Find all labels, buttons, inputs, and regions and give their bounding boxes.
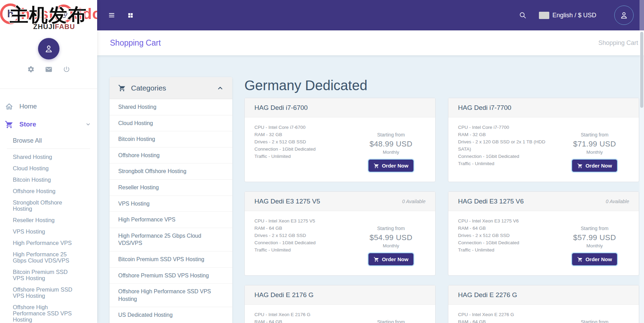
product-header: HAG Dedi i7-6700 (245, 98, 435, 117)
logo-latin-text: ZHUJIFABU (33, 23, 75, 31)
sidebar-category-item[interactable]: High Performance VPS (13, 240, 78, 246)
category-item[interactable]: Shared Hosting (110, 99, 232, 115)
scrollbar-thumb[interactable] (640, 32, 643, 108)
order-now-label: Order Now (382, 256, 409, 262)
scrollbar[interactable] (640, 0, 644, 323)
topbar: English / $ USD (97, 0, 644, 30)
order-now-button[interactable]: Order Now (572, 253, 618, 266)
power-icon[interactable] (63, 66, 70, 73)
sidebar-category-item[interactable]: Offshore High Performance SSD VPS Hostin… (13, 304, 78, 323)
categories-header[interactable]: Categories (110, 77, 232, 99)
starting-from-label: Starting from (356, 226, 426, 231)
account-circle-icon (619, 10, 629, 20)
starting-from-label: Starting from (560, 132, 629, 137)
spec-line: Drives - 2 x 512 GB SSD (458, 232, 519, 239)
page-header: Shopping Cart Shopping Cart (97, 30, 644, 55)
category-item[interactable]: Strongbolt Offshore Hosting (110, 163, 232, 180)
product-card: HAG Dedi i7-6700 CPU - Intel Core i7-670… (244, 98, 436, 182)
sidebar-item-store[interactable]: Store (0, 119, 97, 130)
price: $48.99 USD (356, 140, 426, 149)
product-card: HAG Dedi E 2276 G CPU - Intel Xeon E 227… (448, 285, 639, 323)
product-card: HAG Dedi E 2176 G CPU - Intel Xeon E 217… (244, 285, 436, 323)
chevron-down-icon (85, 122, 91, 127)
product-header: HAG Dedi E3 1275 V6 0 Available (448, 192, 639, 211)
category-item[interactable]: Cloud Hosting (110, 115, 232, 132)
sidebar-item-home[interactable]: Home (0, 101, 97, 112)
order-now-button[interactable]: Order Now (572, 159, 618, 172)
starting-from-label: Starting from (560, 319, 629, 323)
sidebar-category-item[interactable]: Bitcoin Premium SSD VPS Hosting (13, 269, 78, 281)
sidebar-nav: Home Store Browse All Shared Hosting Clo… (0, 89, 97, 323)
sidebar-category-item[interactable]: Reseller Hosting (13, 217, 78, 223)
main-content: Categories Shared Hosting Cloud Hosting … (97, 55, 644, 323)
menu-icon[interactable] (108, 12, 115, 19)
starting-from-label: Starting from (356, 132, 426, 137)
sidebar-category-item[interactable]: Cloud Hosting (13, 165, 78, 171)
sidebar-category-item[interactable]: Strongbolt Offshore Hosting (13, 199, 78, 212)
category-item[interactable]: High Performance VPS (110, 212, 232, 228)
category-item[interactable]: US Dedicated Hosting (110, 307, 232, 323)
spec-line: RAM - 64 GB (458, 318, 514, 323)
order-now-button[interactable]: Order Now (368, 159, 414, 172)
mail-icon[interactable] (45, 66, 53, 73)
spec-line: Traffic - Unlimited (254, 153, 316, 160)
sidebar-category-item[interactable]: Bitcoin Hosting (13, 177, 78, 183)
product-header: HAG Dedi i7-7700 (448, 98, 639, 117)
specs-list: CPU - Intel Xeon E 2176 G RAM - 64 GB Dr… (254, 311, 310, 323)
sidebar-item-browse-all[interactable]: Browse All (13, 137, 97, 144)
category-item[interactable]: Bitcoin Hosting (110, 131, 232, 148)
settings-gear-icon[interactable] (27, 66, 35, 73)
page-title: Shopping Cart (110, 38, 161, 48)
profile-avatar-button[interactable] (38, 38, 59, 59)
category-item[interactable]: Offshore Premium SSD VPS Hosting (110, 268, 232, 284)
order-now-button[interactable]: Order Now (368, 253, 414, 266)
categories-panel: Categories Shared Hosting Cloud Hosting … (110, 77, 232, 323)
price-block: Starting from $71.99 USD Monthly Order N… (560, 124, 629, 175)
spec-line: CPU - Intel Xeon E 2176 G (254, 311, 310, 318)
sidebar-category-item[interactable]: Shared Hosting (13, 154, 78, 160)
billing-cycle: Monthly (356, 243, 426, 248)
specs-list: CPU - Intel Xeon E3 1275 V5 RAM - 64 GB … (254, 217, 316, 268)
spec-line: RAM - 64 GB (254, 225, 316, 232)
category-item[interactable]: Reseller Hosting (110, 180, 232, 196)
sidebar-category-item[interactable]: Offshore Hosting (13, 188, 78, 194)
apps-grid-icon[interactable] (128, 12, 133, 18)
sidebar-category-item[interactable]: Offshore Premium SSD VPS Hosting (13, 286, 78, 299)
specs-list: CPU - Intel Xeon E 2276 G RAM - 64 GB Dr… (458, 311, 514, 323)
availability-badge: 0 Available (402, 199, 426, 204)
price-block: Starting from $54.99 USD Monthly Order N… (356, 217, 426, 268)
product-body: CPU - Intel Xeon E3 1275 V6 RAM - 64 GB … (448, 211, 639, 275)
product-name: HAG Dedi i7-6700 (254, 104, 308, 112)
spec-line: Connection - 1Gbit Dedicated (254, 239, 316, 246)
account-button[interactable] (614, 6, 634, 25)
category-item[interactable]: High Performance 25 Gbps Cloud VDS/VPS (110, 228, 232, 251)
price: $57.99 USD (560, 233, 629, 242)
category-item[interactable]: Bitcoin Premium SSD VPS Hosting (110, 251, 232, 268)
product-name: HAG Dedi E 2276 G (458, 291, 517, 299)
spec-line: CPU - Intel Core i7-7700 (458, 124, 557, 131)
price: $71.99 USD (560, 140, 629, 149)
product-card: HAG Dedi E3 1275 V6 0 Available CPU - In… (448, 191, 639, 276)
category-item[interactable]: VPS Hosting (110, 196, 232, 212)
chevron-up-icon[interactable] (217, 85, 224, 92)
price-block: Starting from $64.99 USD (356, 311, 426, 323)
product-name: HAG Dedi E3 1275 V5 (254, 198, 320, 205)
spec-line: RAM - 64 GB (458, 225, 519, 232)
order-now-label: Order Now (586, 256, 612, 262)
store-cart-icon (5, 120, 13, 129)
sidebar-category-list: Shared Hosting Cloud Hosting Bitcoin Hos… (0, 154, 97, 323)
category-item[interactable]: Offshore Hosting (110, 148, 232, 164)
user-avatar-icon (44, 44, 54, 54)
spec-line: Traffic - Unlimited (458, 160, 557, 167)
price-block: Starting from $69.99 USD (560, 311, 629, 323)
spec-line: CPU - Intel Xeon E3 1275 V5 (254, 217, 316, 225)
cart-icon (374, 163, 379, 169)
sidebar-category-item[interactable]: VPS Hosting (13, 228, 78, 235)
sidebar-category-item[interactable]: High Performance 25 Gbps Cloud VDS/VPS (13, 251, 78, 264)
starting-from-label: Starting from (560, 226, 629, 231)
categories-list: Shared Hosting Cloud Hosting Bitcoin Hos… (110, 99, 232, 323)
language-currency-selector[interactable]: English / $ USD (539, 12, 596, 19)
category-item[interactable]: Offshore High Performance SSD VPS Hostin… (110, 284, 232, 307)
search-icon[interactable] (519, 11, 526, 19)
product-body: CPU - Intel Xeon E 2276 G RAM - 64 GB Dr… (448, 305, 639, 323)
